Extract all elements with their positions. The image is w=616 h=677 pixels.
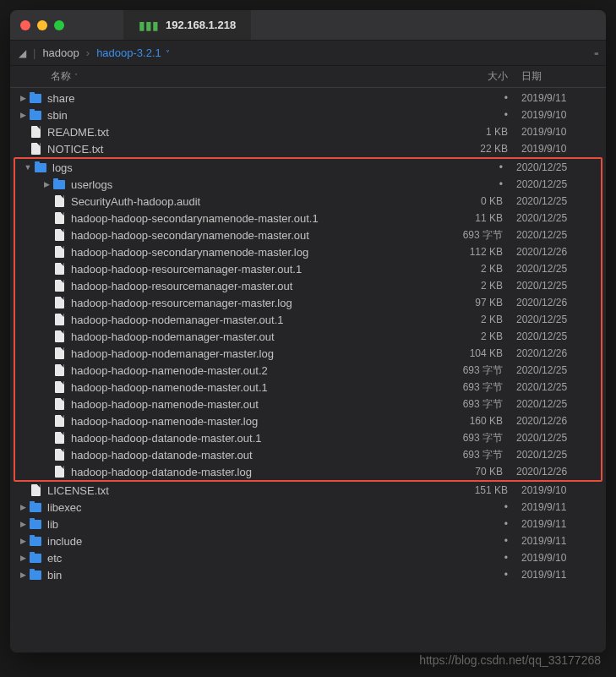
item-size: 693 字节 — [440, 397, 516, 412]
disclosure-triangle[interactable]: ▶ — [17, 94, 29, 102]
disclosure-triangle[interactable]: ▶ — [17, 554, 29, 562]
item-date: 2020/12/25 — [516, 432, 601, 444]
titlebar[interactable]: ▮▮▮ 192.168.1.218 — [10, 10, 606, 41]
breadcrumb-current-label: hadoop-3.2.1 — [96, 46, 161, 59]
folder-row[interactable]: ▶etc•2019/9/10 — [10, 549, 606, 566]
folder-row[interactable]: ▼logs•2020/12/25 — [15, 159, 601, 176]
item-size: • — [440, 178, 516, 190]
item-size: • — [445, 552, 521, 564]
sort-caret-icon: ˅ — [74, 73, 78, 80]
file-row[interactable]: hadoop-hadoop-datanode-master.out693 字节2… — [15, 446, 601, 463]
folder-row[interactable]: ▶sbin•2019/9/10 — [10, 106, 606, 123]
connection-tab[interactable]: ▮▮▮ 192.168.1.218 — [123, 10, 251, 40]
item-date: 2020/12/25 — [516, 161, 601, 173]
item-size: 0 KB — [440, 195, 516, 207]
disclosure-triangle[interactable]: ▶ — [17, 111, 29, 119]
item-name: hadoop-hadoop-datanode-master.out.1 — [71, 432, 440, 445]
disclosure-triangle[interactable]: ▶ — [41, 180, 52, 188]
folder-row[interactable]: ▶include•2019/9/11 — [10, 532, 606, 549]
file-browser-window: ▮▮▮ 192.168.1.218 ◢ | hadoop › hadoop-3.… — [10, 10, 606, 652]
file-row[interactable]: hadoop-hadoop-namenode-master.out.2693 字… — [15, 362, 601, 379]
folder-row[interactable]: ▶share•2019/9/11 — [10, 90, 606, 106]
item-date: 2019/9/10 — [521, 143, 606, 155]
item-name: libexec — [47, 501, 445, 514]
file-icon — [52, 448, 66, 461]
folder-icon — [29, 551, 42, 565]
minimize-button[interactable] — [37, 20, 47, 30]
item-name: hadoop-hadoop-namenode-master.log — [71, 415, 440, 428]
folder-row[interactable]: ▶userlogs•2020/12/25 — [15, 176, 601, 193]
item-name: bin — [47, 569, 445, 581]
file-row[interactable]: hadoop-hadoop-datanode-master.log70 KB20… — [15, 463, 601, 480]
item-name: lib — [47, 518, 445, 531]
folder-icon — [29, 517, 42, 531]
file-row[interactable]: hadoop-hadoop-nodemanager-master.log104 … — [15, 345, 601, 362]
file-list[interactable]: ▶share•2019/9/11▶sbin•2019/9/10README.tx… — [10, 88, 606, 652]
disclosure-triangle[interactable]: ▶ — [17, 571, 29, 579]
file-row[interactable]: hadoop-hadoop-datanode-master.out.1693 字… — [15, 429, 601, 446]
file-row[interactable]: hadoop-hadoop-nodemanager-master.out2 KB… — [15, 328, 601, 345]
item-name: hadoop-hadoop-namenode-master.out.2 — [71, 364, 440, 377]
traffic-lights — [20, 20, 64, 30]
disclosure-triangle[interactable]: ▶ — [17, 520, 29, 528]
item-size: 693 字节 — [440, 363, 516, 378]
item-name: hadoop-hadoop-resourcemanager-master.log — [71, 297, 440, 309]
item-name: hadoop-hadoop-resourcemanager-master.out — [71, 280, 440, 292]
file-row[interactable]: hadoop-hadoop-secondarynamenode-master.o… — [15, 227, 601, 243]
header-name[interactable]: 名称˅ — [51, 69, 445, 84]
item-date: 2020/12/25 — [516, 229, 601, 241]
item-size: 693 字节 — [440, 448, 516, 462]
disclosure-triangle[interactable]: ▶ — [17, 503, 29, 511]
item-name: hadoop-hadoop-nodemanager-master.log — [71, 347, 440, 360]
close-button[interactable] — [20, 20, 30, 30]
file-row[interactable]: SecurityAuth-hadoop.audit0 KB2020/12/25 — [15, 193, 601, 210]
file-row[interactable]: hadoop-hadoop-namenode-master.out693 字节2… — [15, 396, 601, 412]
file-row[interactable]: hadoop-hadoop-resourcemanager-master.out… — [15, 277, 601, 294]
item-name: hadoop-hadoop-nodemanager-master.out — [71, 330, 440, 343]
file-row[interactable]: hadoop-hadoop-namenode-master.out.1693 字… — [15, 379, 601, 396]
header-size[interactable]: 大小 — [445, 69, 521, 84]
file-icon — [52, 211, 66, 225]
file-icon — [52, 296, 66, 309]
item-size: 693 字节 — [440, 228, 516, 243]
folder-row[interactable]: ▶lib•2019/9/11 — [10, 516, 606, 532]
file-row[interactable]: hadoop-hadoop-nodemanager-master.out.12 … — [15, 311, 601, 328]
item-date: 2019/9/11 — [521, 518, 606, 530]
item-date: 2020/12/25 — [516, 263, 601, 275]
item-date: 2019/9/10 — [521, 552, 606, 564]
disclosure-triangle[interactable]: ▼ — [22, 163, 34, 172]
file-row[interactable]: hadoop-hadoop-secondarynamenode-master.l… — [15, 243, 601, 260]
file-icon — [52, 330, 66, 343]
breadcrumb-parent[interactable]: hadoop — [42, 46, 79, 59]
file-row[interactable]: NOTICE.txt22 KB2019/9/10 — [10, 140, 606, 157]
back-icon[interactable]: ◢ — [19, 47, 26, 59]
item-name: SecurityAuth-hadoop.audit — [71, 195, 440, 208]
folder-row[interactable]: ▶libexec•2019/9/11 — [10, 499, 606, 516]
file-row[interactable]: hadoop-hadoop-resourcemanager-master.log… — [15, 294, 601, 311]
tab-host-label: 192.168.1.218 — [166, 19, 236, 31]
folder-icon — [29, 500, 42, 514]
file-row[interactable]: hadoop-hadoop-resourcemanager-master.out… — [15, 260, 601, 277]
chevron-down-icon: ˅ — [163, 49, 170, 58]
file-icon — [52, 194, 66, 208]
item-date: 2019/9/11 — [521, 92, 606, 104]
file-row[interactable]: README.txt1 KB2019/9/10 — [10, 123, 606, 140]
folder-icon — [52, 177, 66, 191]
header-date[interactable]: 日期 — [521, 69, 606, 84]
folder-row[interactable]: ▶bin•2019/9/11 — [10, 566, 606, 583]
file-row[interactable]: hadoop-hadoop-secondarynamenode-master.o… — [15, 210, 601, 227]
item-date: 2020/12/25 — [516, 398, 601, 410]
disclosure-triangle[interactable]: ▶ — [17, 537, 29, 545]
item-date: 2020/12/26 — [516, 466, 601, 478]
maximize-button[interactable] — [54, 20, 64, 30]
item-size: 70 KB — [440, 466, 516, 478]
file-row[interactable]: hadoop-hadoop-namenode-master.log160 KB2… — [15, 412, 601, 429]
breadcrumb-current[interactable]: hadoop-3.2.1 ˅ — [96, 46, 169, 59]
item-size: 160 KB — [440, 415, 516, 427]
file-row[interactable]: LICENSE.txt151 KB2019/9/10 — [10, 482, 606, 499]
item-name: README.txt — [47, 126, 445, 139]
item-date: 2019/9/11 — [521, 501, 606, 513]
view-mode-icon[interactable]: ▪▪ — [594, 48, 597, 58]
item-size: • — [445, 535, 521, 547]
item-date: 2020/12/25 — [516, 449, 601, 461]
